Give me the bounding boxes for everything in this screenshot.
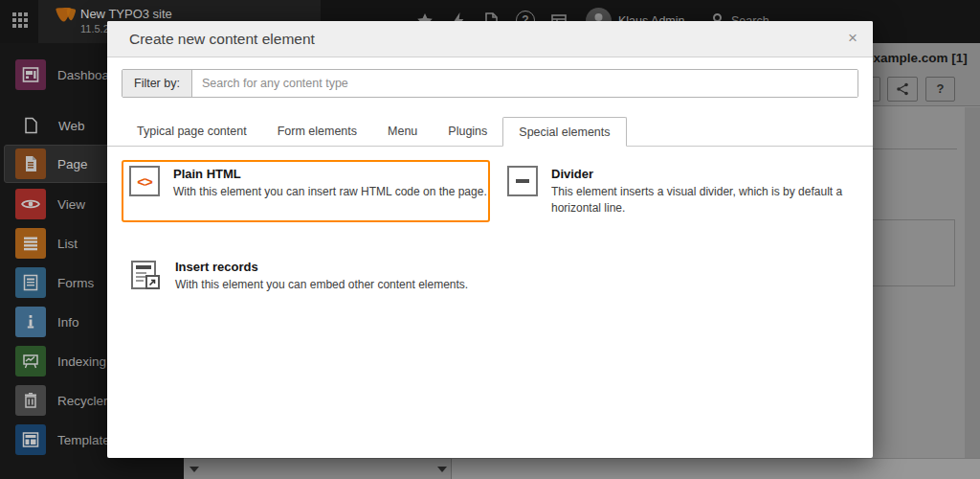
element-description: This element inserts a visual divider, w… [551,184,860,217]
sidebar-item-label: Info [57,315,79,330]
html-icon: <> [129,166,160,196]
sidebar-item-label: Forms [57,276,94,290]
modal-title: Create new content element [129,31,315,48]
site-name: New TYPO3 site [80,7,172,21]
recycler-icon [15,385,46,416]
element-title: Insert records [175,260,468,274]
sidebar-item-label: List [57,237,78,251]
element-description: With this element you can embed other co… [175,277,468,293]
content-bottom-bar [451,458,980,479]
content-element-plain-html[interactable]: <> Plain HTML With this element you can … [122,160,490,222]
site-version: 11.5.2 [80,23,109,34]
pagetree-toolbar-caret[interactable] [189,467,199,472]
tab-form-elements[interactable]: Form elements [262,117,372,147]
content-element-insert-records[interactable]: Insert records With this element you can… [122,253,490,299]
share-icon [896,82,909,96]
web-section-icon [23,117,39,134]
filter-label: Filter by: [122,70,192,97]
divider-icon [507,166,538,196]
page-icon [15,148,46,179]
sidebar-item-label: Indexing [57,354,106,369]
template-icon [15,424,46,455]
filter-group: Filter by: [122,69,858,98]
sidebar-item-label: Page [57,157,88,171]
info-icon [15,307,46,337]
tab-typical-page-content[interactable]: Typical page content [122,117,262,147]
insert-records-icon [129,259,162,291]
help-button[interactable]: ? [925,77,955,102]
list-icon [15,228,46,259]
tab-plugins[interactable]: Plugins [433,117,502,147]
pagetree-select-caret[interactable] [437,467,447,472]
close-icon[interactable]: × [848,29,858,48]
sidebar-section-label: Web [58,119,85,133]
dashboard-icon [15,59,46,90]
create-content-element-modal: Create new content element × Filter by: … [107,21,873,458]
pagetree-bottom-bar [184,458,451,479]
tab-special-elements[interactable]: Special elements [502,117,626,147]
sidebar-item-label: Template [57,433,110,447]
content-element-divider[interactable]: Divider This element inserts a visual di… [500,160,868,222]
tab-menu[interactable]: Menu [372,117,433,147]
indexing-icon [15,346,46,376]
typo3-logo [52,7,78,36]
sidebar-item-label: View [57,197,85,212]
view-icon [15,189,46,219]
page-title: example.com [1] [866,51,968,65]
element-description: With this element you can insert raw HTM… [173,184,487,200]
apps-grid-icon[interactable] [12,12,30,30]
modal-header: Create new content element × [107,21,873,57]
element-title: Plain HTML [173,167,487,181]
content-scrollbar[interactable] [965,107,980,479]
shortcut-button[interactable] [887,77,918,102]
content-element-list: <> Plain HTML With this element you can … [107,160,873,299]
element-title: Divider [551,167,860,181]
content-type-search-input[interactable] [192,70,858,97]
modal-tabs: Typical page content Form elements Menu … [107,117,873,147]
forms-icon [15,267,46,298]
sidebar-item-label: Recycler [57,394,108,408]
